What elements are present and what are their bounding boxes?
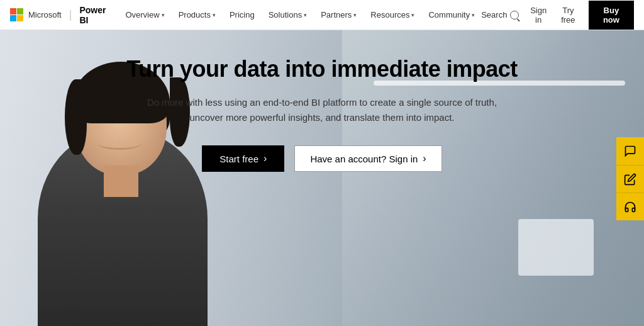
support-sidebar-button[interactable]: [616, 193, 644, 220]
navbar: Microsoft | Power BI Overview ▾ Products…: [0, 0, 644, 30]
chevron-down-icon: ▾: [411, 12, 414, 18]
arrow-icon: ›: [264, 153, 267, 164]
hero-subtitle: Do more with less using an end-to-end BI…: [146, 95, 498, 125]
logo-red: [10, 8, 16, 14]
hero-cta-buttons: Start free › Have an account? Sign in ›: [202, 145, 441, 172]
start-free-button[interactable]: Start free ›: [202, 145, 284, 172]
chevron-down-icon: ▾: [213, 12, 216, 18]
navbar-right: Search Sign in Try free Buy now: [481, 1, 634, 30]
nav-overview[interactable]: Overview ▾: [119, 0, 170, 30]
pencil-icon: [624, 173, 636, 186]
nav-community[interactable]: Community ▾: [422, 0, 481, 30]
logo-green: [17, 8, 23, 14]
microsoft-logo: [10, 8, 23, 22]
monitor-shape: [518, 219, 594, 276]
microsoft-label: Microsoft: [28, 10, 62, 20]
tryfree-button[interactable]: Try free: [558, 6, 579, 25]
signin-button[interactable]: Sign in: [529, 6, 548, 25]
logo-blue: [10, 15, 16, 21]
search-button[interactable]: Search: [481, 10, 519, 20]
nav-pricing[interactable]: Pricing: [223, 0, 261, 30]
floating-sidebar: [616, 137, 644, 220]
chevron-down-icon: ▾: [353, 12, 357, 18]
brand: Microsoft | Power BI: [10, 5, 106, 25]
headset-icon: [624, 201, 636, 213]
signin-hero-button[interactable]: Have an account? Sign in ›: [294, 145, 441, 172]
main-nav: Overview ▾ Products ▾ Pricing Solutions …: [119, 0, 481, 30]
buynow-button[interactable]: Buy now: [589, 1, 634, 30]
hero-content: Turn your data into immediate impact Do …: [0, 55, 644, 172]
edit-sidebar-button[interactable]: [616, 165, 644, 193]
powerbi-label: Power BI: [79, 5, 106, 25]
chat-sidebar-button[interactable]: [616, 137, 644, 165]
chevron-down-icon: ▾: [472, 12, 475, 18]
search-icon: [510, 11, 519, 20]
nav-solutions[interactable]: Solutions ▾: [262, 0, 313, 30]
chat-icon: [624, 145, 636, 157]
brand-divider: |: [69, 8, 72, 21]
logo-yellow: [17, 15, 23, 21]
hero-section: Turn your data into immediate impact Do …: [0, 30, 644, 326]
hero-title: Turn your data into immediate impact: [126, 55, 517, 82]
nav-products[interactable]: Products ▾: [172, 0, 222, 30]
nav-partners[interactable]: Partners ▾: [314, 0, 363, 30]
chevron-down-icon: ▾: [304, 12, 307, 18]
chevron-down-icon: ▾: [162, 12, 165, 18]
nav-resources[interactable]: Resources ▾: [364, 0, 421, 30]
arrow-icon: ›: [423, 153, 426, 164]
